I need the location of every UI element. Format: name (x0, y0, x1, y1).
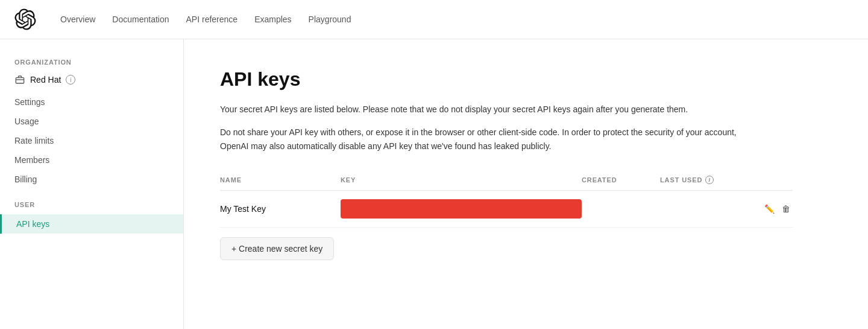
page-title: API keys (220, 68, 832, 91)
key-last-used-cell (660, 191, 756, 228)
delete-key-button[interactable]: 🗑 (779, 202, 793, 216)
api-keys-table: NAME KEY CREATED LAST USED i My Test Key (220, 170, 793, 228)
th-name: NAME (220, 170, 341, 191)
sidebar-org-label: ORGANIZATION (0, 59, 183, 72)
sidebar-item-rate-limits[interactable]: Rate limits (0, 131, 183, 150)
nav-examples[interactable]: Examples (254, 14, 291, 24)
th-actions (756, 170, 793, 191)
th-created: CREATED (582, 170, 660, 191)
key-name-cell: My Test Key (220, 191, 341, 228)
nav-playground[interactable]: Playground (309, 14, 351, 24)
last-used-info-icon[interactable]: i (705, 176, 714, 184)
nav-documentation[interactable]: Documentation (112, 14, 169, 24)
th-key: KEY (341, 170, 582, 191)
key-created-cell (582, 191, 660, 228)
org-icon (14, 74, 25, 85)
main-content: API keys Your secret API keys are listed… (184, 39, 868, 329)
table-row: My Test Key ✏️ 🗑 (220, 191, 793, 228)
sidebar-item-settings[interactable]: Settings (0, 92, 183, 112)
key-value-cell (341, 191, 582, 228)
create-secret-key-button[interactable]: + Create new secret key (220, 237, 334, 260)
description-2: Do not share your API key with others, o… (220, 126, 763, 153)
key-actions-cell: ✏️ 🗑 (756, 191, 793, 228)
sidebar-item-billing[interactable]: Billing (0, 170, 183, 189)
org-info-icon[interactable]: i (66, 75, 75, 85)
org-name: Red Hat (30, 75, 61, 85)
sidebar-user-label: USER (0, 201, 183, 214)
th-last-used: LAST USED i (660, 170, 756, 191)
nav-api-reference[interactable]: API reference (186, 14, 238, 24)
sidebar: ORGANIZATION Red Hat i Settings Usage Ra… (0, 39, 184, 329)
sidebar-item-api-keys[interactable]: API keys (0, 214, 183, 234)
nav-links: Overview Documentation API reference Exa… (60, 14, 351, 24)
svg-rect-0 (16, 78, 24, 83)
sidebar-item-usage[interactable]: Usage (0, 112, 183, 131)
topnav: Overview Documentation API reference Exa… (0, 0, 868, 39)
th-last-used-info: LAST USED i (660, 176, 714, 184)
layout: ORGANIZATION Red Hat i Settings Usage Ra… (0, 39, 868, 329)
logo[interactable] (14, 8, 36, 30)
description-1: Your secret API keys are listed below. P… (220, 103, 763, 116)
edit-key-button[interactable]: ✏️ (762, 202, 777, 216)
key-redacted-bar (341, 199, 582, 219)
sidebar-org-row: Red Hat i (0, 72, 183, 92)
sidebar-item-members[interactable]: Members (0, 150, 183, 170)
nav-overview[interactable]: Overview (60, 14, 95, 24)
